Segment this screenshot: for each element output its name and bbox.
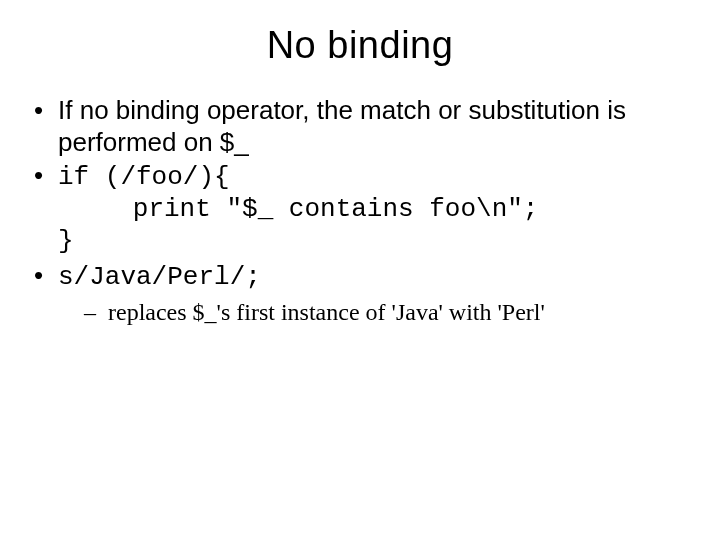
- code-line-4: s/Java/Perl/;: [58, 262, 261, 292]
- bullet-3: s/Java/Perl/; replaces $_'s first instan…: [30, 260, 696, 328]
- bullet-1-text: If no binding operator, the match or sub…: [58, 95, 626, 157]
- code-line-1: if (/foo/){: [58, 162, 230, 192]
- code-line-3: }: [58, 226, 696, 258]
- sub-bullet-1: replaces $_'s first instance of 'Java' w…: [84, 297, 696, 327]
- sub-bullet-list: replaces $_'s first instance of 'Java' w…: [58, 297, 696, 327]
- slide: No binding If no binding operator, the m…: [0, 0, 720, 540]
- slide-title: No binding: [24, 24, 696, 67]
- bullet-1: If no binding operator, the match or sub…: [30, 95, 696, 158]
- bullet-list: If no binding operator, the match or sub…: [24, 95, 696, 327]
- bullet-2: if (/foo/){ print "$_ contains foo\n"; }: [30, 160, 696, 257]
- sub-bullet-1-text: replaces $_'s first instance of 'Java' w…: [108, 299, 545, 325]
- code-line-2: print "$_ contains foo\n";: [58, 194, 696, 226]
